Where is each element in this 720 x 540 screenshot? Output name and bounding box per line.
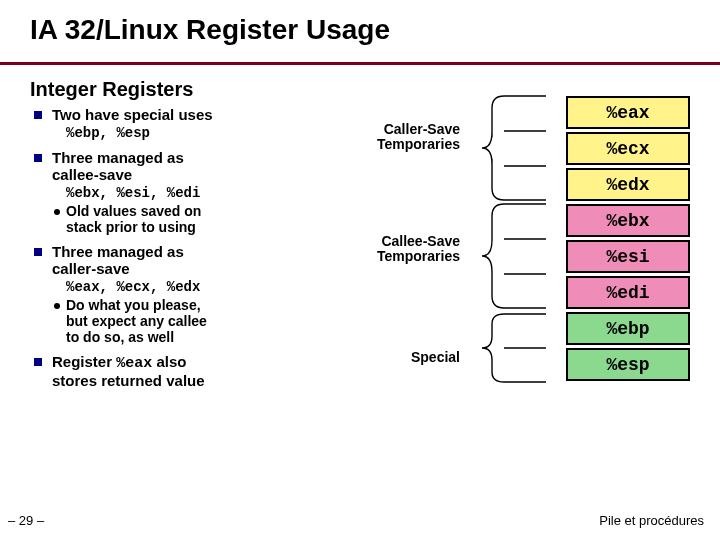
bullet-2-dot-a: Old values saved on [66,203,201,219]
label-callee-save: Callee-Save Temporaries [350,234,460,265]
bullet-4-reg: %eax [116,355,152,372]
bullet-column: Two have special uses %ebp, %esp Three m… [30,106,330,397]
bullet-3-dot: Do what you please, but expect any calle… [66,297,330,345]
reg-edi: %edi [566,276,690,309]
bullet-2-dot-b: stack prior to using [66,219,196,235]
bullet-4-c: stores returned value [52,372,205,389]
content-area: Integer Registers Two have special uses … [30,78,700,520]
reg-eax: %eax [566,96,690,129]
label-callee-a: Callee-Save [381,233,460,249]
bullet-1-sub: %ebp, %esp [52,125,330,141]
bullet-3-line-b: caller-save [52,260,130,277]
bullet-3-dot-a: Do what you please, [66,297,201,313]
bullet-3-dot-c: to do so, as well [66,329,174,345]
bullet-2-line-b: callee-save [52,166,132,183]
reg-esp: %esp [566,348,690,381]
reg-edx: %edx [566,168,690,201]
bullet-2-line-a: Three managed as [52,149,184,166]
reg-ecx: %ecx [566,132,690,165]
brace-caller [472,94,552,202]
bullet-4: Register %eax also stores returned value [52,353,330,389]
brace-special [472,312,552,384]
bullet-3-dot-b: but expect any callee [66,313,207,329]
reg-ebx: %ebx [566,204,690,237]
page-title: IA 32/Linux Register Usage [0,0,720,46]
bullet-3: Three managed as caller-save %eax, %ecx,… [52,243,330,345]
label-special: Special [380,350,460,365]
bullet-1: Two have special uses %ebp, %esp [52,106,330,141]
label-caller-b: Temporaries [377,136,460,152]
title-underline [0,62,720,65]
page-number: – 29 – [8,513,44,528]
label-caller-a: Caller-Save [384,121,460,137]
reg-ebp: %ebp [566,312,690,345]
footer-text: Pile et procédures [599,513,704,528]
bullet-2-sub: %ebx, %esi, %edi [52,185,330,201]
register-table: %eax %ecx %edx %ebx %esi %edi %ebp %esp [566,96,690,384]
bullet-3-line-a: Three managed as [52,243,184,260]
bullet-2-dot: Old values saved on stack prior to using [66,203,330,235]
label-caller-save: Caller-Save Temporaries [350,122,460,153]
bullet-4-a: Register [52,353,116,370]
bullet-2: Three managed as callee-save %ebx, %esi,… [52,149,330,235]
reg-esi: %esi [566,240,690,273]
bullet-4-b: also [152,353,186,370]
bullet-1-text: Two have special uses [52,106,213,123]
bullet-3-sub: %eax, %ecx, %edx [52,279,330,295]
label-callee-b: Temporaries [377,248,460,264]
brace-callee [472,202,552,310]
